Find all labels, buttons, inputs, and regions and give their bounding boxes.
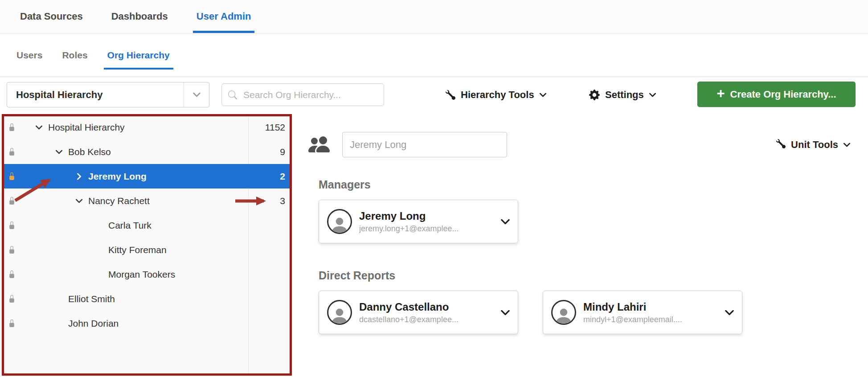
chevron-down-icon[interactable]: [501, 219, 510, 225]
chevron-down-icon[interactable]: [51, 150, 66, 154]
manager-card[interactable]: Jeremy Long jeremy.long+1@examplee...: [319, 200, 518, 243]
tree-row[interactable]: Carla Turk: [3, 213, 291, 238]
tree-row-label: Carla Turk: [108, 220, 151, 231]
lock-icon: [3, 197, 20, 205]
lock-icon: [3, 221, 20, 229]
chevron-down-icon[interactable]: [725, 310, 734, 316]
tab-roles[interactable]: Roles: [62, 33, 87, 77]
chevron-right-icon[interactable]: [71, 174, 86, 179]
top-nav: Data Sources Dashboards User Admin: [0, 0, 868, 33]
tree-row[interactable]: Bob Kelso 9: [3, 139, 291, 164]
person-info: Danny Castellano dcastellano+1@examplee.…: [359, 301, 494, 324]
person-name: Jeremy Long: [359, 210, 494, 222]
tree-row-label: Elliot Smith: [68, 294, 115, 304]
unit-tools-menu[interactable]: Unit Tools: [776, 134, 850, 156]
tree-row-label: Bob Kelso: [68, 147, 111, 157]
person-email: jeremy.long+1@examplee...: [359, 224, 494, 234]
unit-name-input[interactable]: [342, 132, 507, 157]
chevron-down-icon[interactable]: [501, 310, 510, 316]
tree-row-count: 2: [280, 171, 291, 182]
tree-row-label: Morgan Tookers: [108, 269, 175, 280]
chevron-down-icon[interactable]: [71, 199, 86, 203]
tree-row[interactable]: Morgan Tookers: [3, 262, 291, 287]
lock-icon: [3, 320, 20, 327]
person-email: dcastellano+1@examplee...: [359, 315, 494, 324]
create-org-hierarchy-button[interactable]: + Create Org Hierarchy...: [697, 82, 856, 107]
lock-icon: [3, 148, 20, 156]
tab-user-admin[interactable]: User Admin: [197, 0, 251, 33]
avatar: [327, 209, 352, 234]
chevron-down-icon[interactable]: [184, 82, 209, 107]
person-info: Jeremy Long jeremy.long+1@examplee...: [359, 210, 494, 234]
tree-row[interactable]: Elliot Smith: [3, 287, 291, 311]
tree-row-count: 1152: [265, 122, 291, 133]
person-name: Mindy Lahiri: [583, 301, 718, 313]
chevron-down-icon[interactable]: [31, 125, 46, 130]
tree-row-count: 9: [280, 147, 291, 157]
direct-report-card[interactable]: Danny Castellano dcastellano+1@examplee.…: [319, 291, 518, 334]
wrench-icon: [776, 139, 786, 151]
create-org-hierarchy-label: Create Org Hierarchy...: [730, 89, 836, 100]
gear-icon: [589, 90, 600, 100]
settings-label: Settings: [605, 89, 644, 101]
tree-row-selected[interactable]: Jeremy Long 2: [3, 164, 291, 188]
tree-row-count: 3: [280, 196, 291, 206]
tab-users[interactable]: Users: [16, 33, 42, 77]
managers-heading: Managers: [319, 178, 371, 191]
tree-row[interactable]: Kitty Foreman: [3, 238, 291, 262]
tree-row-label: Hospital Hierarchy: [48, 122, 125, 133]
chevron-down-icon: [540, 93, 546, 97]
sub-nav: Users Roles Org Hierarchy: [0, 33, 868, 77]
hierarchy-select-value: Hospital Hierarchy: [7, 89, 184, 101]
avatar: [327, 300, 352, 325]
search-input[interactable]: [242, 89, 377, 101]
settings-menu[interactable]: Settings: [589, 82, 656, 107]
lock-icon: [3, 123, 20, 131]
unit-tools-label: Unit Tools: [791, 139, 838, 151]
wrench-icon: [446, 90, 455, 100]
search-icon: [228, 90, 237, 99]
chevron-down-icon: [843, 143, 850, 147]
tab-data-sources[interactable]: Data Sources: [20, 0, 83, 33]
lock-icon: [3, 295, 20, 303]
lock-icon: [3, 246, 20, 254]
tree-row-label: John Dorian: [68, 318, 119, 329]
tab-org-hierarchy[interactable]: Org Hierarchy: [107, 33, 170, 77]
tree-row-label: Nancy Rachett: [88, 196, 150, 206]
tree-row[interactable]: John Dorian: [3, 311, 291, 336]
tab-dashboards[interactable]: Dashboards: [111, 0, 168, 33]
avatar: [551, 300, 576, 325]
org-tree-panel: Hospital Hierarchy 1152 Bob Kelso 9 Jere…: [3, 115, 291, 375]
chevron-down-icon: [649, 93, 656, 97]
hierarchy-tools-menu[interactable]: Hierarchy Tools: [446, 82, 546, 107]
hierarchy-tools-label: Hierarchy Tools: [461, 89, 534, 101]
hierarchy-select[interactable]: Hospital Hierarchy: [7, 82, 209, 107]
person-info: Mindy Lahiri mindyl+1@exampleemail....: [583, 301, 718, 324]
direct-reports-heading: Direct Reports: [319, 269, 395, 282]
tree-row-label: Kitty Foreman: [108, 245, 167, 255]
lock-icon: [3, 270, 20, 278]
direct-report-card[interactable]: Mindy Lahiri mindyl+1@exampleemail....: [543, 291, 742, 334]
org-unit-group-icon: [308, 134, 330, 157]
tree-row[interactable]: Nancy Rachett 3: [3, 188, 291, 213]
tree-row[interactable]: Hospital Hierarchy 1152: [3, 115, 291, 139]
person-name: Danny Castellano: [359, 301, 494, 313]
org-hierarchy-search: [221, 83, 384, 106]
tree-row-label: Jeremy Long: [88, 171, 147, 182]
plus-icon: +: [717, 86, 725, 100]
lock-icon: [3, 172, 20, 180]
person-email: mindyl+1@exampleemail....: [583, 315, 718, 324]
